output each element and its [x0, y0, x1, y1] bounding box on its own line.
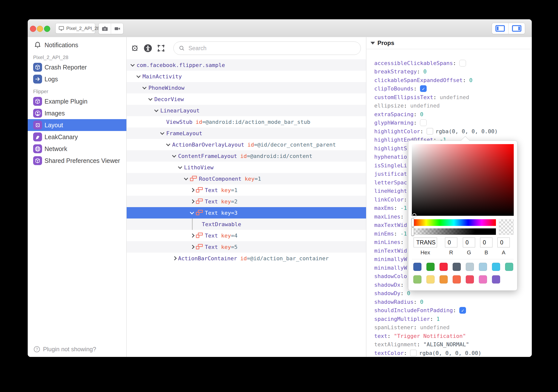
tree-row-rootcomponentkey-1[interactable]: RootComponentkey=1: [127, 173, 366, 184]
target-select-icon[interactable]: [130, 43, 140, 53]
sidebar-item-images[interactable]: Images: [28, 107, 126, 119]
preset-swatch-f5293e[interactable]: [440, 263, 448, 271]
chevron-down-icon[interactable]: [149, 98, 154, 100]
device-selector[interactable]: Pixel_2_API_28: [55, 23, 95, 34]
tree-row-phonewindow[interactable]: PhoneWindow: [127, 82, 366, 93]
plugin-not-showing-link[interactable]: ? Plugin not showing?: [33, 346, 96, 353]
sidebar-item-notifications[interactable]: Notifications: [28, 39, 126, 51]
tree-row-textkey-3[interactable]: Textkey=3: [127, 207, 366, 218]
chevron-down-icon[interactable]: [190, 212, 196, 214]
node-attr-key: key: [245, 176, 255, 182]
screenshot-button[interactable]: [99, 23, 111, 34]
chevron-down-icon[interactable]: [161, 132, 166, 134]
saturation-area[interactable]: [412, 144, 514, 216]
sidebar-item-example-plugin[interactable]: Example Plugin: [28, 95, 126, 107]
chevron-down-icon[interactable]: [131, 64, 137, 66]
chevron-right-icon[interactable]: [190, 189, 196, 192]
sidebar-item-layout[interactable]: Layout: [28, 119, 126, 131]
tree-row-lithoview[interactable]: LithoView: [127, 162, 366, 173]
hue-slider-handle[interactable]: [411, 218, 414, 227]
chevron-down-icon[interactable]: [173, 155, 178, 157]
checkbox-checked[interactable]: ✓: [459, 307, 466, 314]
prop-colon: :: [414, 120, 417, 126]
search-input[interactable]: [188, 45, 356, 52]
preset-swatch-3c63ad[interactable]: [413, 263, 421, 271]
saturation-cursor[interactable]: [412, 213, 416, 217]
green-input[interactable]: [463, 238, 475, 247]
hex-input[interactable]: [414, 238, 437, 247]
preset-swatch-f66b4a[interactable]: [453, 275, 461, 283]
alpha-input[interactable]: [497, 238, 510, 247]
hue-slider[interactable]: [412, 219, 496, 226]
chevron-down-icon[interactable]: [185, 178, 190, 180]
close-button[interactable]: [30, 26, 36, 32]
prop-colon: :: [417, 341, 420, 348]
chevron-right-icon[interactable]: [190, 245, 196, 248]
tree-row-textdrawable[interactable]: TextDrawable: [127, 218, 366, 230]
tree-row-mainactivity[interactable]: MainActivity: [127, 71, 366, 82]
prop-value: rgba(0, 0, 0, 0.00): [419, 350, 481, 356]
preset-swatch-bccdd6[interactable]: [466, 263, 474, 271]
minimize-button[interactable]: [37, 26, 43, 32]
zoom-button[interactable]: [44, 26, 50, 32]
alpha-slider-handle[interactable]: [411, 227, 414, 236]
preset-swatch-566270[interactable]: [453, 263, 461, 271]
preset-swatch-2ca32c[interactable]: [426, 263, 435, 271]
preset-swatch-93c76f[interactable]: [413, 275, 421, 283]
checkbox-unchecked[interactable]: [459, 60, 466, 66]
tree-row-actionbaroverlaylayoutid-id-decor-content-parent[interactable]: ActionBarOverlayLayoutid=@id/decor_conte…: [127, 139, 366, 150]
tree-row-com-facebook-flipper-sample[interactable]: com.facebook.flipper.sample: [127, 59, 366, 71]
tree-row-viewstubid-android-id-action-mode-bar-stub[interactable]: ViewStubid=@android:id/action_mode_bar_s…: [127, 116, 366, 128]
preset-swatch-f0963a[interactable]: [440, 275, 448, 283]
toggle-right-sidebar-button[interactable]: [508, 23, 525, 34]
checkbox-checked[interactable]: ✓: [420, 85, 427, 92]
tree-row-decorview[interactable]: DecorView: [127, 93, 366, 105]
chevron-right-icon[interactable]: [190, 200, 196, 203]
preset-swatch-f8db79[interactable]: [426, 275, 435, 283]
prop-key: shadowDx: [374, 282, 400, 288]
chevron-right-icon[interactable]: [173, 257, 178, 260]
node-attr-key: id: [196, 119, 202, 125]
red-input[interactable]: [445, 238, 457, 247]
tree-row-textkey-5[interactable]: Textkey=5: [127, 241, 366, 253]
preset-swatch-ef4b60[interactable]: [466, 275, 474, 283]
tree-row-actionbarcontainerid-id-action-bar-container[interactable]: ActionBarContainerid=@id/action_bar_cont…: [127, 253, 366, 264]
chevron-down-icon[interactable]: [167, 144, 172, 146]
expand-bounds-icon[interactable]: [156, 43, 166, 53]
preset-swatch-3fc3eb[interactable]: [492, 263, 500, 271]
chevron-down-icon[interactable]: [155, 109, 160, 111]
chevron-down-icon[interactable]: [143, 87, 148, 89]
screen-record-button[interactable]: [111, 23, 123, 34]
preset-swatch-7f60c7[interactable]: [492, 275, 500, 283]
tree-row-textkey-4[interactable]: Textkey=4: [127, 230, 366, 241]
tree-row-framelayout[interactable]: FrameLayout: [127, 128, 366, 139]
toggle-left-sidebar-button[interactable]: [492, 23, 508, 34]
tree-row-textkey-1[interactable]: Textkey=1: [127, 184, 366, 196]
props-header[interactable]: Props: [366, 37, 532, 49]
preset-swatch-59c4aa[interactable]: [505, 263, 513, 271]
node-name: DecorView: [154, 96, 184, 102]
prop-key: minimallyW: [374, 256, 407, 262]
sidebar-item-crash-reporter[interactable]: Crash Reporter: [28, 61, 126, 73]
color-swatch[interactable]: [427, 128, 433, 134]
checkbox-unchecked[interactable]: [420, 119, 427, 126]
litho-component-icon: [196, 232, 203, 239]
preset-swatch-ec77c2[interactable]: [479, 275, 487, 283]
accessibility-icon[interactable]: [143, 43, 153, 53]
chevron-down-icon[interactable]: [179, 166, 184, 168]
sidebar-item-label: Images: [45, 110, 65, 117]
tree-row-linearlayout[interactable]: LinearLayout: [127, 105, 366, 116]
prop-row-shouldincludefontpadding: shouldIncludeFontPadding:✓: [374, 306, 532, 315]
sidebar-item-network[interactable]: Network: [28, 143, 126, 155]
chevron-down-icon[interactable]: [137, 75, 142, 77]
tree-row-contentframelayoutid-android-id-content[interactable]: ContentFrameLayoutid=@android:id/content: [127, 150, 366, 162]
color-swatch[interactable]: [410, 350, 417, 356]
sidebar-item-leakcanary[interactable]: LeakCanary: [28, 131, 126, 143]
alpha-slider[interactable]: [412, 228, 496, 235]
sidebar-item-shared-preferences-viewer[interactable]: Shared Preferences Viewer: [28, 155, 126, 167]
tree-row-textkey-2[interactable]: Textkey=2: [127, 196, 366, 207]
blue-input[interactable]: [480, 238, 492, 247]
preset-swatch-a5cee3[interactable]: [479, 263, 487, 271]
sidebar-item-logs[interactable]: Logs: [28, 73, 126, 85]
chevron-right-icon[interactable]: [190, 234, 196, 237]
